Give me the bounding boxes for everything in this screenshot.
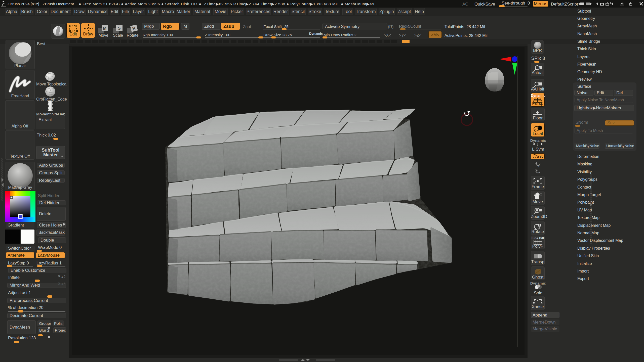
svg-text:XYZ: XYZ	[537, 155, 543, 159]
svg-text:M: M	[103, 26, 106, 31]
svg-text:Y: Y	[538, 164, 540, 167]
svg-text:S: S	[118, 26, 120, 31]
svg-text:x1: x1	[539, 67, 542, 69]
svg-text:Z: Z	[538, 171, 540, 175]
